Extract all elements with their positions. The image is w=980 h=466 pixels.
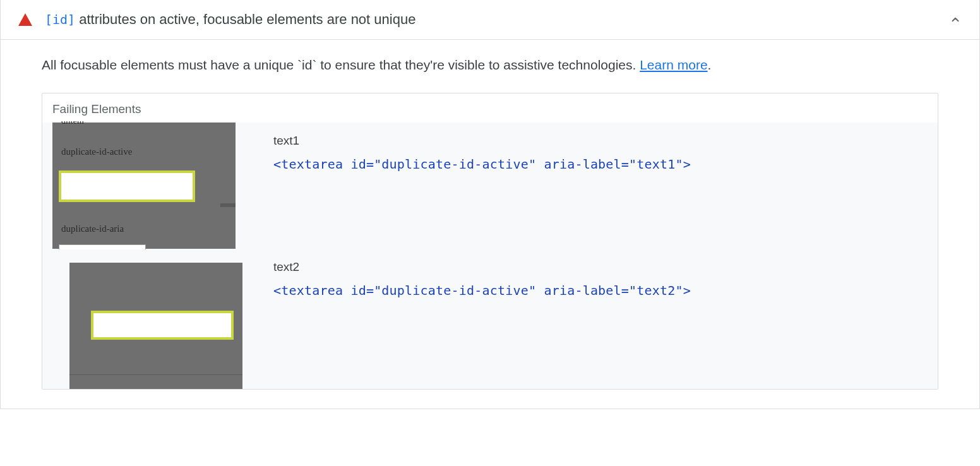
audit-title: [id] attributes on active, focusable ele… [45,11,949,28]
element-detail: text1 <textarea id="duplicate-id-active"… [257,122,938,179]
thumb-text-cut: dlitem [61,121,84,128]
element-label: text1 [273,134,925,148]
audit-item: [id] attributes on active, focusable ele… [0,0,980,409]
failing-element-row[interactable]: text2 <textarea id="duplicate-id-active"… [42,249,938,389]
element-detail: text2 <textarea id="duplicate-id-active"… [257,249,938,306]
audit-body: All focusable elements must have a uniqu… [1,40,979,409]
highlighted-element [59,170,195,202]
audit-title-text: attributes on active, focusable elements… [79,11,415,28]
failing-elements-list: dlitem duplicate-id-active duplicate-id-… [42,122,938,389]
thumb-text-line1: duplicate-id-active [61,146,132,157]
element-thumbnail [69,263,242,389]
failing-element-row[interactable]: dlitem duplicate-id-active duplicate-id-… [42,122,938,249]
highlighted-element [91,311,234,340]
learn-more-link[interactable]: Learn more [640,57,707,72]
audit-header[interactable]: [id] attributes on active, focusable ele… [1,0,979,40]
element-thumbnail-cell: dlitem duplicate-id-active duplicate-id-… [42,122,257,249]
element-label: text2 [273,260,925,274]
thumb-text-line2: duplicate-id-aria [61,224,124,234]
element-thumbnail-cell [42,249,257,389]
failing-elements-box: Failing Elements dlitem duplicate-id-act… [42,93,938,390]
audit-description: All focusable elements must have a uniqu… [42,55,938,75]
error-triangle-icon [18,13,32,26]
failing-elements-title: Failing Elements [42,93,938,122]
element-thumbnail: dlitem duplicate-id-active duplicate-id-… [52,122,236,249]
chevron-up-icon[interactable] [949,13,962,26]
element-code: <textarea id="duplicate-id-active" aria-… [273,283,925,298]
audit-code-tag: [id] [45,12,75,27]
element-code: <textarea id="duplicate-id-active" aria-… [273,157,925,172]
